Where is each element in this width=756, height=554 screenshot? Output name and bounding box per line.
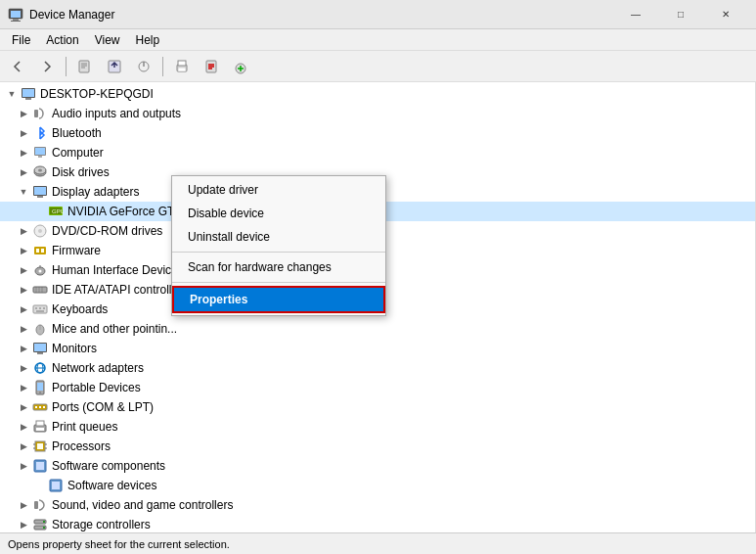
scan-button[interactable] (130, 54, 157, 79)
tree-item-audio[interactable]: ▶Audio inputs and outputs (0, 104, 755, 123)
svg-rect-13 (178, 68, 186, 71)
svg-rect-47 (35, 307, 37, 309)
svg-point-41 (39, 270, 42, 273)
tree-icon-bluetooth (31, 124, 49, 142)
root-toggle[interactable]: ▼ (4, 86, 20, 102)
menu-view[interactable]: View (87, 31, 128, 49)
window-title: Device Manager (29, 8, 613, 22)
svg-rect-48 (39, 307, 41, 309)
tree-toggle-swcomp[interactable]: ▶ (16, 458, 31, 474)
svg-rect-22 (34, 110, 38, 117)
svg-rect-66 (36, 421, 44, 426)
tree-root[interactable]: ▼ DESKTOP-KEPQGDI (0, 84, 755, 104)
tree-item-swdev[interactable]: ▶Software devices (0, 476, 755, 495)
tree-toggle-monitors[interactable]: ▶ (16, 341, 31, 356)
ctx-item-uninstall[interactable]: Uninstall device (172, 225, 385, 249)
svg-rect-42 (33, 287, 47, 293)
svg-rect-12 (178, 61, 186, 66)
menu-help[interactable]: Help (128, 31, 168, 49)
tree-item-sound[interactable]: ▶Sound, video and game controllers (0, 495, 755, 515)
root-label: DESKTOP-KEPQGDI (40, 87, 154, 101)
tree-item-network[interactable]: ▶Network adapters (0, 358, 755, 378)
tree-item-monitors[interactable]: ▶Monitors (0, 339, 755, 358)
tree-label-computer: Computer (52, 146, 104, 160)
main-panel: ▼ DESKTOP-KEPQGDI ▶Audio inputs and outp… (0, 82, 756, 532)
tree-item-ports[interactable]: ▶Ports (COM & LPT) (0, 397, 755, 417)
tree-toggle-hid[interactable]: ▶ (16, 262, 31, 278)
tree-toggle-portable[interactable]: ▶ (16, 380, 31, 395)
tree-toggle-display[interactable]: ▼ (16, 184, 31, 200)
remove-button[interactable] (198, 54, 225, 79)
ctx-item-update[interactable]: Update driver (172, 178, 385, 202)
tree-item-portable[interactable]: ▶Portable Devices (0, 378, 755, 397)
ctx-item-scan[interactable]: Scan for hardware changes (172, 255, 385, 279)
tree-items: ▶Audio inputs and outputs▶Bluetooth▶Comp… (0, 104, 755, 532)
add-button[interactable] (227, 54, 254, 79)
tree-label-audio: Audio inputs and outputs (52, 107, 181, 120)
tree-icon-keyboards (31, 300, 49, 318)
menubar: FileActionViewHelp (0, 29, 756, 51)
menu-action[interactable]: Action (38, 31, 86, 49)
tree-toggle-computer[interactable]: ▶ (16, 145, 31, 161)
update-driver-button[interactable] (101, 54, 128, 79)
tree-label-mice: Mice and other pointin... (52, 322, 177, 336)
tree-toggle-ide[interactable]: ▶ (16, 282, 31, 298)
tree-toggle-ports[interactable]: ▶ (16, 399, 31, 415)
tree-toggle-storage[interactable]: ▶ (16, 517, 31, 532)
tree-icon-processors (31, 438, 49, 455)
tree-label-ide: IDE ATA/ATAPI controll... (52, 283, 181, 297)
properties-button[interactable] (71, 54, 99, 79)
svg-rect-62 (35, 406, 37, 408)
ctx-item-properties[interactable]: Properties (172, 286, 385, 313)
ctx-item-disable[interactable]: Disable device (172, 202, 385, 225)
print-button[interactable] (168, 54, 196, 79)
svg-rect-25 (38, 156, 42, 158)
tree-item-print[interactable]: ▶Print queues (0, 417, 755, 437)
maximize-button[interactable]: □ (658, 0, 703, 29)
back-button[interactable] (4, 54, 31, 79)
svg-rect-21 (25, 98, 31, 100)
tree-label-network: Network adapters (52, 361, 144, 375)
tree-toggle-audio[interactable]: ▶ (16, 106, 31, 121)
tree-icon-sound (31, 496, 49, 514)
tree-toggle-mice[interactable]: ▶ (16, 321, 31, 337)
svg-point-28 (38, 169, 42, 172)
tree-item-processors[interactable]: ▶Processors (0, 437, 755, 456)
tree-item-bluetooth[interactable]: ▶Bluetooth (0, 123, 755, 143)
tree-icon-swdev (47, 477, 65, 494)
tree-item-storage[interactable]: ▶Storage controllers (0, 515, 755, 532)
tree-icon-monitors (31, 340, 49, 357)
svg-rect-38 (36, 249, 39, 253)
tree-toggle-bluetooth[interactable]: ▶ (16, 125, 31, 141)
tree-item-computer[interactable]: ▶Computer (0, 143, 755, 162)
tree-toggle-disk[interactable]: ▶ (16, 164, 31, 180)
tree-toggle-sound[interactable]: ▶ (16, 497, 31, 513)
tree-item-mice[interactable]: ▶Mice and other pointin... (0, 319, 755, 339)
toolbar (0, 51, 756, 82)
tree-toggle-firmware[interactable]: ▶ (16, 243, 31, 258)
svg-point-82 (43, 527, 45, 529)
svg-rect-31 (37, 196, 43, 198)
tree-toggle-network[interactable]: ▶ (16, 360, 31, 376)
tree-icon-ide (31, 281, 49, 299)
computer-icon (20, 85, 37, 103)
menu-file[interactable]: File (4, 31, 38, 49)
tree-toggle-keyboards[interactable]: ▶ (16, 301, 31, 317)
svg-point-60 (39, 392, 41, 393)
close-button[interactable]: ✕ (703, 0, 748, 29)
forward-button[interactable] (33, 54, 61, 79)
tree-icon-print (31, 418, 49, 436)
tree-label-swdev: Software devices (67, 479, 156, 492)
tree-toggle-print[interactable]: ▶ (16, 419, 31, 435)
svg-rect-55 (37, 352, 43, 354)
tree-icon-hid (31, 261, 49, 279)
tree-label-swcomp: Software components (52, 459, 165, 473)
tree-icon-display (31, 183, 49, 201)
tree-label-sound: Sound, video and game controllers (52, 498, 233, 512)
tree-toggle-dvd[interactable]: ▶ (16, 223, 31, 239)
tree-icon-ports (31, 398, 49, 416)
tree-toggle-processors[interactable]: ▶ (16, 439, 31, 454)
minimize-button[interactable]: — (613, 0, 658, 29)
tree-item-swcomp[interactable]: ▶Software components (0, 456, 755, 476)
tree-label-processors: Processors (52, 439, 111, 453)
